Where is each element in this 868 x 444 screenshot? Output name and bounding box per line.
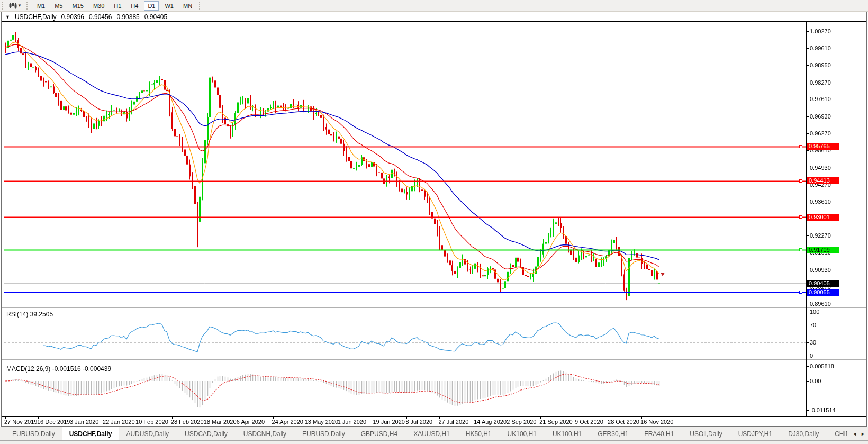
hline-price-badge: 0.94413 — [807, 177, 839, 184]
rsi-scale-label: 70 — [810, 322, 816, 328]
price-tick-label: 0.96270 — [810, 130, 831, 137]
ohlc-close: 0.90405 — [144, 13, 167, 21]
macd-scale-label: -0.011514 — [810, 407, 836, 413]
hline-price-badge: 0.90055 — [807, 289, 839, 296]
price-tick-label: 0.92270 — [810, 232, 831, 239]
timeframe-button-m15[interactable]: M15 — [68, 1, 87, 11]
tabs-scroll-left-icon[interactable]: ◄ — [852, 431, 857, 437]
chart-tab-usdjpy-h1[interactable]: USDJPY,H1 — [731, 427, 779, 441]
rsi-scale-label: 30 — [810, 339, 816, 346]
price-tick-label: 0.89610 — [810, 301, 831, 307]
chart-tab-dj30-daily[interactable]: DJ30,Daily — [781, 427, 826, 441]
chart-tab-gbpusd-h4[interactable]: GBPUSD,H4 — [354, 427, 404, 441]
price-tick-label: 0.90930 — [810, 267, 831, 273]
chart-symbol-label: USDCHF,Daily — [15, 13, 57, 21]
candlestick-chart-icon — [9, 2, 17, 9]
date-label: 1 Jun 2020 — [338, 419, 366, 425]
macd-indicator-label: MACD(12,26,9) -0.001516 -0.000439 — [6, 365, 111, 373]
date-label: 14 Aug 2020 — [474, 419, 507, 425]
chart-title: ▼ USDCHF,Daily 0.90396 0.90456 0.90385 0… — [5, 13, 167, 21]
chart-tab-usoil-daily[interactable]: USOil,Daily — [683, 427, 729, 441]
price-tick-label: 1.00270 — [810, 28, 831, 34]
chevron-down-icon: ▼ — [17, 3, 22, 8]
date-label: 10 Feb 2020 — [135, 419, 168, 425]
date-label: 21 Sep 2020 — [539, 419, 572, 425]
current-price-badge: 0.90405 — [807, 280, 839, 287]
toolbar-grip[interactable] — [2, 2, 5, 10]
date-label: 28 Oct 2020 — [608, 419, 639, 425]
date-label: 2 Sep 2020 — [507, 419, 536, 425]
date-label: 22 Jan 2020 — [103, 419, 135, 425]
price-tick-label: 0.98950 — [810, 62, 831, 68]
symbol-dropdown-caret[interactable]: ▼ — [5, 14, 10, 20]
ohlc-open: 0.90396 — [61, 13, 84, 21]
chart-tab-hk50-h1[interactable]: HK50,H1 — [459, 427, 499, 441]
timeframe-button-m30[interactable]: M30 — [89, 1, 108, 11]
price-tick-label: 0.94930 — [810, 165, 831, 171]
timeframe-button-h1[interactable]: H1 — [110, 1, 125, 11]
timeframe-button-d1[interactable]: D1 — [144, 1, 159, 11]
status-bar-divider — [160, 441, 160, 444]
ohlc-high: 0.90456 — [89, 13, 112, 21]
date-label: 18 Mar 2020 — [204, 419, 237, 425]
hline-price-badge: 0.91709 — [807, 247, 839, 253]
date-label: 13 May 2020 — [305, 419, 339, 425]
chart-tab-audusd-daily[interactable]: AUDUSD,Daily — [119, 427, 176, 441]
chart-tab-china300-h1[interactable]: CHINA300,H1 — [828, 427, 847, 441]
rsi-indicator-label: RSI(14) 39.2505 — [6, 311, 53, 318]
toolbar-grip[interactable] — [26, 2, 30, 10]
date-label: 8 Jul 2020 — [405, 419, 432, 425]
macd-scale-label: 0.005818 — [810, 363, 834, 369]
chart-canvas[interactable] — [0, 0, 868, 444]
rsi-scale-label: 0 — [810, 352, 813, 359]
rsi-scale-label: 100 — [810, 309, 819, 315]
ohlc-low: 0.90385 — [116, 13, 139, 21]
timeframe-button-m1[interactable]: M1 — [33, 1, 49, 11]
date-label: 27 Jul 2020 — [438, 419, 468, 425]
date-label: 3 Jan 2020 — [70, 419, 98, 425]
chart-tab-usdcnh-daily[interactable]: USDCNH,Daily — [237, 427, 293, 441]
date-label: 19 Jun 2020 — [373, 419, 405, 425]
chart-tab-fra40-h1[interactable]: FRA40,H1 — [637, 427, 681, 441]
price-tick-label: 0.99610 — [810, 45, 831, 51]
date-label: 27 Nov 2019 — [4, 419, 37, 425]
price-tick-label: 0.98270 — [810, 79, 831, 86]
toolbar-grip[interactable] — [199, 2, 202, 10]
chart-tab-ger30-h1[interactable]: GER30,H1 — [591, 427, 635, 441]
timeframe-button-m5[interactable]: M5 — [51, 1, 66, 11]
price-tick-label: 0.96930 — [810, 113, 831, 120]
symbol-tab-bar: EURUSD,DailyUSDCHF,DailyAUDUSD,DailyUSDC… — [0, 427, 868, 441]
timeframe-button-h4[interactable]: H4 — [127, 1, 142, 11]
timeframe-button-mn[interactable]: MN — [179, 1, 196, 11]
date-label: 24 Apr 2020 — [272, 419, 303, 425]
chart-tab-xauusd-h1[interactable]: XAUUSD,H1 — [406, 427, 457, 441]
chart-tab-uk100-h1[interactable]: UK100,H1 — [546, 427, 589, 441]
status-bar-divider — [97, 441, 97, 444]
date-label: 28 Feb 2020 — [171, 419, 204, 425]
chart-type-button[interactable]: ▼ — [8, 2, 24, 10]
date-label: 16 Dec 2019 — [37, 419, 70, 425]
hline-price-badge: 0.95765 — [807, 143, 839, 150]
chart-tab-usdcad-daily[interactable]: USDCAD,Daily — [178, 427, 234, 441]
tabs-scroll-right-icon[interactable]: ► — [861, 431, 865, 437]
status-bar — [0, 440, 868, 444]
chart-tab-eurusd-daily[interactable]: EURUSD,Daily — [5, 427, 62, 441]
timeframe-toolbar: ▼ M1 M5 M15 M30 H1 H4 D1 W1 MN — [0, 0, 868, 12]
timeframe-button-w1[interactable]: W1 — [161, 1, 177, 11]
date-label: 16 Nov 2020 — [640, 419, 673, 425]
macd-scale-label: 0.00 — [810, 378, 821, 384]
chart-tab-eurusd-daily[interactable]: EURUSD,Daily — [295, 427, 352, 441]
hline-price-badge: 0.93001 — [807, 214, 839, 221]
price-tick-label: 0.93610 — [810, 198, 831, 205]
date-label: 9 Oct 2020 — [575, 419, 603, 425]
price-tick-label: 0.97610 — [810, 96, 831, 102]
chart-tab-uk100-h1[interactable]: UK100,H1 — [501, 427, 544, 441]
date-label: 6 Apr 2020 — [237, 419, 265, 425]
chart-tab-usdchf-daily[interactable]: USDCHF,Daily — [62, 427, 120, 441]
